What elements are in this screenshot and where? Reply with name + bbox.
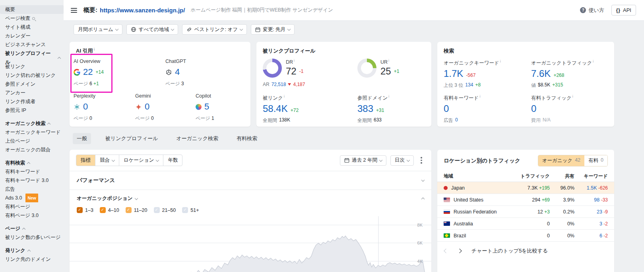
sidebar-item-top-pages[interactable]: 上位ページ: [0, 137, 64, 145]
sidebar-item-overview[interactable]: 概要: [0, 5, 64, 14]
next-page-icon[interactable]: [457, 249, 462, 253]
sidebar-item-site-structure[interactable]: サイト構成: [0, 23, 64, 31]
checkbox-1-3[interactable]: 1–3: [77, 207, 93, 213]
checkbox-icon: [182, 207, 188, 213]
sidebar-item-paid-keywords[interactable]: 有料キーワード: [0, 167, 64, 176]
gemini-metric: Gemini 0 ページ 0: [135, 93, 191, 122]
sidebar-item-ads-3[interactable]: Ads 3.0 New: [0, 194, 64, 202]
col-region: 地域: [444, 173, 512, 180]
sidebar-item-opportunities[interactable]: ビジネスチャンス: [0, 40, 64, 49]
chevron-down-icon: [156, 158, 159, 161]
backlinks-value[interactable]: 58.4K: [263, 103, 288, 114]
chatgpt-metric: ChatGPT 4 ページ 3: [165, 59, 221, 87]
paid-keywords-value[interactable]: 0: [444, 103, 449, 114]
checkbox-4-10[interactable]: 4–10: [100, 207, 119, 213]
table-row[interactable]: Japan 7.3K +195 96.0% 1.5K -626: [437, 182, 614, 194]
sidebar-item-best-by-links[interactable]: 被リンク数の多いページ: [0, 233, 64, 242]
backlinks-metric: 被リンク 58.4K +72 全期間 138K: [263, 94, 299, 124]
question-icon: [580, 7, 586, 13]
calendar-icon: [255, 27, 260, 32]
sidebar-item-calendar[interactable]: カレンダー: [0, 31, 64, 40]
tab-general[interactable]: 一般: [73, 133, 91, 144]
sidebar-item-anchors[interactable]: アンカー: [0, 88, 64, 97]
info-icon: [572, 94, 573, 98]
table-row[interactable]: Australia 0 0% 3 -2: [437, 218, 614, 230]
sidebar-item-ads[interactable]: 広告: [0, 185, 64, 194]
tab-backlink-profile[interactable]: 被リンクプロフィール: [101, 133, 162, 144]
help-link[interactable]: 使い方: [580, 7, 604, 14]
info-icon: [593, 59, 594, 63]
sidebar-item-link-authors[interactable]: リンク作成者: [0, 97, 64, 106]
sidebar-section-backlink-profile[interactable]: 被リンクプロフィール: [0, 53, 64, 62]
change-filter-dropdown[interactable]: 変更: 先月: [251, 24, 295, 35]
russia-flag-icon: [444, 209, 450, 214]
date-range-dropdown[interactable]: 過去 2 年間: [340, 155, 386, 166]
api-button[interactable]: {} API: [611, 5, 636, 16]
refdomains-value[interactable]: 383: [357, 103, 373, 114]
sidebar-item-ref-ips[interactable]: 参照元 IP: [0, 106, 64, 115]
organic-traffic-value[interactable]: 7.6K: [531, 68, 551, 79]
sidebar-item-paid-pages-3[interactable]: 有料ページ 3.0: [0, 211, 64, 220]
target-url-link[interactable]: https://www.sanzen-design.jp/: [100, 7, 185, 14]
checkbox-51-plus[interactable]: 51+: [182, 207, 199, 213]
segment-years[interactable]: 年数: [163, 155, 182, 166]
more-options-icon[interactable]: [418, 156, 425, 165]
segment-metrics[interactable]: 指標: [76, 155, 95, 166]
ai-citations-value[interactable]: 5: [204, 102, 209, 112]
chevron-down-icon: [379, 158, 382, 161]
menu-icon[interactable]: [71, 8, 77, 13]
ai-citations-value[interactable]: 4: [175, 67, 180, 77]
info-icon: [388, 94, 389, 98]
sidebar-section-outgoing-links[interactable]: 発リンク: [0, 246, 64, 255]
ai-citations-value[interactable]: 0: [145, 102, 149, 112]
tab-organic-search[interactable]: オーガニック検索: [172, 133, 222, 144]
table-row[interactable]: United States 294 +69 3.9% 98 -33: [437, 194, 614, 206]
locations-panel: ロケーション別のトラフィック オーガニック 42 有料 0 地域 トラフィック: [437, 150, 614, 272]
sidebar-item-organic-keywords[interactable]: オーガニックキーワード: [0, 128, 64, 137]
bestlink-filter-dropdown[interactable]: ベストリンク: オフ: [182, 24, 247, 35]
table-row[interactable]: Russian Federation 12 +3 0.2% 23 -9: [437, 206, 614, 218]
organic-keywords-value[interactable]: 1.7K: [444, 68, 463, 79]
organic-positions-title[interactable]: オーガニックポジション: [77, 195, 138, 202]
sidebar-item-paid-keywords-3[interactable]: 有料キーワード 3.0: [0, 176, 64, 185]
segment-competitors[interactable]: 競合: [95, 155, 119, 166]
locations-footer: チャート上のトップ5を比較する: [437, 242, 614, 260]
chevron-down-icon: [240, 27, 243, 31]
paid-toggle[interactable]: 有料 0: [584, 155, 607, 166]
organic-toggle[interactable]: オーガニック 42: [538, 155, 584, 166]
sidebar-section-pages[interactable]: ページ: [0, 224, 64, 233]
checkbox-21-50[interactable]: 21–50: [154, 207, 176, 213]
globe-icon: [131, 27, 136, 32]
table-row[interactable]: Brazil 0 0% 6 -2: [437, 230, 614, 242]
checkbox-icon: [126, 207, 132, 213]
info-icon: [94, 47, 95, 51]
segment-locations[interactable]: ロケーション: [119, 155, 163, 166]
sidebar-item-paid-pages[interactable]: 有料ページ: [0, 202, 64, 211]
checkbox-11-20[interactable]: 11–20: [126, 207, 147, 213]
compare-top5-label[interactable]: チャート上のトップ5を比較する: [471, 247, 548, 254]
ai-citations-value[interactable]: 0: [83, 102, 88, 112]
sidebar-item-linked-domains[interactable]: リンク先のドメイン: [0, 255, 64, 264]
chevron-down-icon[interactable]: [421, 178, 425, 182]
paid-traffic-value[interactable]: 0: [531, 103, 536, 114]
backlink-profile-card: 被リンクプロフィール DR 72 -1 UR: [256, 42, 431, 127]
dr-delta: -1: [299, 68, 304, 74]
sidebar-item-ref-domains[interactable]: 参照ドメイン: [0, 80, 64, 88]
view-segmented-control: 指標 競合 ロケーション 年数: [76, 155, 182, 166]
section-title: 発リンク: [5, 246, 25, 255]
tab-paid-search[interactable]: 有料検索: [233, 133, 261, 144]
granularity-dropdown[interactable]: 日次: [390, 155, 414, 166]
sidebar-item-broken-backlinks[interactable]: リンク切れの被リンク: [0, 71, 64, 80]
sidebar-section-organic-search[interactable]: オーガニック検索: [0, 119, 64, 128]
dr-value: 72: [286, 66, 297, 77]
sidebar-item-organic-competitors[interactable]: オーガニックの競合: [0, 145, 64, 154]
prev-page-icon[interactable]: [444, 249, 448, 253]
chevron-up-icon[interactable]: [421, 198, 425, 201]
ai-citations-value[interactable]: 22: [83, 67, 93, 77]
region-filter-dropdown[interactable]: すべての地域: [126, 24, 178, 35]
sidebar-item-page-inspect[interactable]: ページ検査: [0, 14, 64, 23]
sidebar-section-paid-search[interactable]: 有料検索: [0, 159, 64, 167]
performance-section-header[interactable]: パフォーマンス: [70, 171, 431, 190]
ahrefs-rank-value[interactable]: 72,518: [272, 82, 286, 87]
volume-filter-dropdown[interactable]: 月間ボリューム: [74, 24, 122, 35]
